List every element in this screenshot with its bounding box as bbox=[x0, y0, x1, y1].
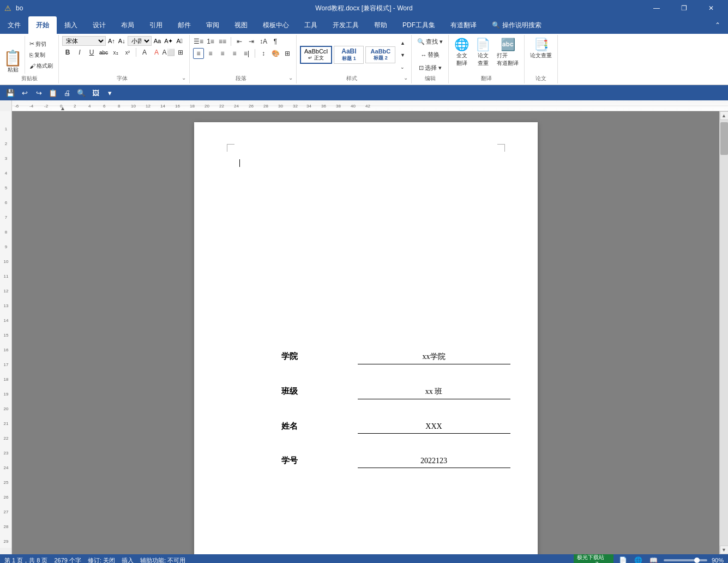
cut-button[interactable]: ✂ 剪切 bbox=[27, 39, 55, 49]
qa-more[interactable]: ▾ bbox=[104, 87, 116, 99]
font-name-select[interactable]: 宋体 bbox=[62, 36, 106, 46]
svg-text:14: 14 bbox=[4, 318, 9, 323]
ribbon-expand-btn[interactable]: ⌃ bbox=[707, 16, 728, 34]
tab-pdf[interactable]: PDF工具集 bbox=[395, 16, 443, 34]
bold-button[interactable]: B bbox=[62, 47, 73, 58]
restore-button[interactable]: ❐ bbox=[671, 0, 696, 16]
superscript-button[interactable]: x² bbox=[122, 47, 133, 58]
align-right-button[interactable]: ≡ bbox=[217, 48, 228, 59]
qa-redo[interactable]: ↪ bbox=[33, 87, 45, 99]
tab-mailings[interactable]: 邮件 bbox=[170, 16, 198, 34]
minimize-button[interactable]: — bbox=[644, 0, 669, 16]
view-print-button[interactable]: 📄 bbox=[618, 555, 629, 563]
bullets-button[interactable]: ☰≡ bbox=[193, 36, 204, 47]
svg-text:21: 21 bbox=[4, 421, 9, 426]
view-web-button[interactable]: 🌐 bbox=[633, 555, 644, 563]
ribbon-collapse[interactable]: ⌃ bbox=[707, 16, 728, 34]
multilevel-list-button[interactable]: ≡≡ bbox=[217, 36, 228, 47]
document-area[interactable]: 学院 xx学院 班级 xx 班 姓名 bbox=[12, 111, 719, 554]
underline-button[interactable]: U bbox=[86, 47, 97, 58]
styles-scroll-up[interactable]: ▲ bbox=[397, 38, 408, 49]
styles-dialog-launcher[interactable]: ⌄ bbox=[404, 75, 408, 81]
find-button[interactable]: 🔍 查找 ▾ bbox=[415, 36, 445, 47]
style-h2-label: 标题 2 bbox=[369, 55, 392, 62]
copy-button[interactable]: ⎘ 复制 bbox=[27, 50, 55, 60]
qa-zoom[interactable]: 🔍 bbox=[75, 87, 87, 99]
qa-image[interactable]: 🖼 bbox=[89, 87, 101, 99]
tab-view[interactable]: 视图 bbox=[227, 16, 255, 34]
italic-button[interactable]: I bbox=[74, 47, 85, 58]
style-normal[interactable]: AaBbCcI ↵ 正文 bbox=[300, 46, 332, 64]
show-marks-button[interactable]: ¶ bbox=[270, 36, 281, 47]
replace-button[interactable]: ↔ 替换 bbox=[418, 49, 442, 61]
svg-text:11: 11 bbox=[4, 274, 9, 279]
strikethrough-button[interactable]: abc bbox=[98, 47, 109, 58]
tab-review[interactable]: 审阅 bbox=[198, 16, 227, 34]
align-left-button[interactable]: ≡ bbox=[193, 48, 204, 59]
thesis-check-button[interactable]: 📑 论文查重 bbox=[528, 36, 554, 61]
font-shading-button[interactable]: A⬜ bbox=[163, 47, 174, 58]
view-read-button[interactable]: 📖 bbox=[648, 555, 659, 563]
sort-button[interactable]: ↕A bbox=[258, 36, 269, 47]
qa-undo[interactable]: ↩ bbox=[19, 87, 31, 99]
font-dialog-launcher[interactable]: ⌄ bbox=[182, 75, 186, 81]
shading-button[interactable]: 🎨 bbox=[270, 48, 281, 59]
zoom-slider[interactable] bbox=[664, 559, 707, 561]
subscript-button[interactable]: x₂ bbox=[110, 47, 121, 58]
paste-button[interactable]: 📋 粘贴 bbox=[3, 36, 25, 74]
tab-youdao[interactable]: 有道翻译 bbox=[443, 16, 484, 34]
qa-clipboard[interactable]: 📋 bbox=[47, 87, 59, 99]
svg-text:-2: -2 bbox=[44, 104, 49, 109]
tab-developer[interactable]: 开发工具 bbox=[325, 16, 366, 34]
justify-button[interactable]: ≡ bbox=[229, 48, 240, 59]
align-center-button[interactable]: ≡ bbox=[205, 48, 216, 59]
open-youdao-label: 打开有道翻译 bbox=[497, 52, 519, 67]
svg-text:12: 12 bbox=[4, 289, 9, 294]
paper-check-button[interactable]: 📄 论文查重 bbox=[473, 36, 492, 69]
font-size-select[interactable]: 小四 bbox=[128, 36, 152, 46]
warning-icon: ⚠ bbox=[4, 4, 11, 13]
style-heading2[interactable]: AaBbC 标题 2 bbox=[365, 46, 395, 63]
decrease-indent-button[interactable]: ⇤ bbox=[234, 36, 245, 47]
numbering-button[interactable]: 1≡ bbox=[205, 36, 216, 47]
tab-home[interactable]: 开始 bbox=[28, 16, 57, 34]
line-spacing-button[interactable]: ↕ bbox=[258, 48, 269, 59]
tab-file[interactable]: 文件 bbox=[0, 16, 28, 34]
tab-design[interactable]: 设计 bbox=[85, 16, 113, 34]
svg-text:12: 12 bbox=[146, 104, 151, 109]
tab-references[interactable]: 引用 bbox=[142, 16, 170, 34]
style-heading1[interactable]: AaBl 标题 1 bbox=[334, 46, 364, 64]
tab-search[interactable]: 🔍 操作说明搜索 bbox=[484, 16, 549, 34]
distributed-button[interactable]: ≡| bbox=[241, 48, 252, 59]
scroll-up-button[interactable]: ▲ bbox=[720, 111, 729, 120]
vertical-scrollbar[interactable]: ▲ ▼ bbox=[719, 111, 728, 554]
increase-indent-button[interactable]: ⇥ bbox=[246, 36, 257, 47]
font-color-icon: A bbox=[154, 49, 159, 56]
select-button[interactable]: ⊡ 选择 ▾ bbox=[417, 62, 444, 74]
close-button[interactable]: ✕ bbox=[699, 0, 724, 16]
tab-insert[interactable]: 插入 bbox=[57, 16, 85, 34]
zoom-thumb[interactable] bbox=[694, 558, 700, 563]
styles-more[interactable]: ⌄ bbox=[397, 62, 408, 73]
tab-tools[interactable]: 工具 bbox=[297, 16, 325, 34]
tab-help[interactable]: 帮助 bbox=[366, 16, 395, 34]
char-spacing-button[interactable]: ⊞ bbox=[175, 47, 186, 58]
format-painter-button[interactable]: 🖌 格式刷 bbox=[27, 61, 55, 71]
text-highlight-button[interactable]: A bbox=[139, 47, 150, 58]
styles-scroll-down[interactable]: ▼ bbox=[397, 50, 408, 61]
tab-template[interactable]: 模板中心 bbox=[255, 16, 297, 34]
font-name-row: 宋体 A↑ A↓ 小四 Aa A✦ A⃞ bbox=[62, 36, 186, 46]
font-label: 字体 ⌄ bbox=[62, 74, 186, 82]
scroll-track[interactable] bbox=[720, 120, 729, 546]
scroll-thumb[interactable] bbox=[720, 122, 728, 155]
tab-layout[interactable]: 布局 bbox=[113, 16, 142, 34]
qa-print[interactable]: 🖨 bbox=[61, 87, 73, 99]
svg-text:22: 22 bbox=[4, 436, 9, 441]
open-youdao-button[interactable]: 🔤 打开有道翻译 bbox=[495, 36, 521, 69]
qa-save[interactable]: 💾 bbox=[4, 87, 16, 99]
borders-button[interactable]: ⊞ bbox=[282, 48, 293, 59]
font-color-button[interactable]: A bbox=[151, 47, 162, 58]
full-translate-button[interactable]: 🌐 全文翻译 bbox=[452, 36, 471, 69]
window-title: Word教程.docx [兼容模式] - Word bbox=[315, 4, 412, 13]
para-dialog-launcher[interactable]: ⌄ bbox=[288, 75, 293, 81]
